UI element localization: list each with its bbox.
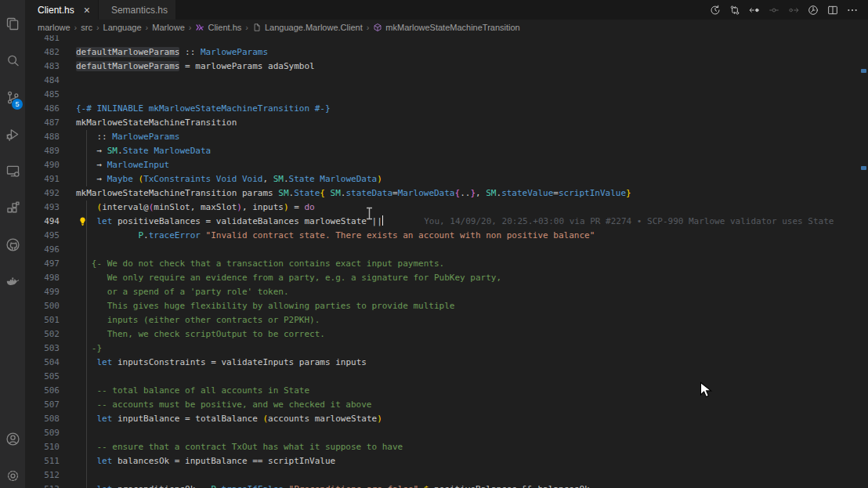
code-line[interactable]: 510 -- ensure that a contract TxOut has … <box>25 440 868 454</box>
line-number[interactable]: 492 <box>25 186 60 201</box>
breadcrumb-item-mkmarlowestatemachinetransition[interactable]: mkMarloweStateMachineTransition <box>373 23 519 32</box>
line-number[interactable]: 493 <box>25 201 60 215</box>
line-number[interactable]: 490 <box>25 158 60 172</box>
code-line[interactable]: 497 {- We do not check that a transactio… <box>25 257 868 271</box>
code-line[interactable]: 492mkMarloweStateMachineTransition param… <box>25 186 868 201</box>
breadcrumb-item-language-marlowe-client[interactable]: Language.Marlowe.Client <box>252 23 363 32</box>
code-line[interactable]: 494 let positiveBalances = validateBalan… <box>25 215 868 229</box>
line-number[interactable]: 488 <box>25 130 60 144</box>
line-number[interactable]: 510 <box>25 440 60 454</box>
code-line[interactable]: 493 (interval@(minSlot, maxSlot), inputs… <box>25 201 868 215</box>
next-change-icon[interactable] <box>787 4 800 16</box>
line-number[interactable]: 512 <box>25 468 60 483</box>
line-number[interactable]: 513 <box>25 483 60 488</box>
line-number[interactable]: 499 <box>25 285 60 299</box>
code-line[interactable]: 512 <box>25 468 868 483</box>
breadcrumb-item-language[interactable]: Language <box>103 23 142 32</box>
line-number[interactable]: 483 <box>25 60 60 74</box>
line-number[interactable]: 489 <box>25 144 60 158</box>
line-number[interactable]: 491 <box>25 172 60 186</box>
line-number[interactable]: 506 <box>25 384 60 398</box>
close-icon[interactable]: × <box>84 5 90 16</box>
line-number[interactable]: 508 <box>25 412 60 426</box>
code-line[interactable]: 513 let preconditionsOk = P.traceIfFalse… <box>25 483 868 488</box>
line-number[interactable]: 502 <box>25 327 60 342</box>
activity-bar-item-search[interactable] <box>0 42 25 79</box>
line-number[interactable]: 494 <box>25 215 60 229</box>
line-content: (interval@(minSlot, maxSlot), inputs) = … <box>76 201 868 215</box>
breadcrumb-item-marlowe[interactable]: Marlowe <box>152 23 185 32</box>
timeline-icon[interactable] <box>709 4 722 16</box>
activity-bar-item-remote-explorer[interactable] <box>0 153 25 190</box>
code-line[interactable]: 500 This gives huge flexibility by allow… <box>25 299 868 313</box>
code-line[interactable]: 491 → Maybe (TxConstraints Void Void, SM… <box>25 172 868 186</box>
code-line[interactable]: 499 or a spend of a 'party role' token. <box>25 285 868 299</box>
activity-bar-item-explorer[interactable] <box>0 5 25 42</box>
split-editor-icon[interactable] <box>826 4 839 16</box>
tab-client-hs[interactable]: Client.hs× <box>25 0 99 20</box>
code-line[interactable]: 506 -- total balance of all accounts in … <box>25 384 868 398</box>
code-line[interactable]: 490 → MarloweInput <box>25 158 868 172</box>
code-line[interactable]: 502 Then, we check scriptOutput to be co… <box>25 327 868 342</box>
code-line[interactable]: 505 <box>25 370 868 384</box>
code-line[interactable]: 481 <box>25 35 868 45</box>
code-line[interactable]: 504 let inputsConstraints = validateInpu… <box>25 356 868 370</box>
code-line[interactable]: 487mkMarloweStateMachineTransition <box>25 116 868 130</box>
code-line[interactable]: 485 <box>25 88 868 102</box>
line-number[interactable]: 505 <box>25 370 60 384</box>
line-number[interactable]: 501 <box>25 313 60 327</box>
breadcrumb-item-client-hs[interactable]: Client.hs <box>195 23 241 32</box>
activity-bar-item-run-debug[interactable] <box>0 116 25 153</box>
line-number[interactable]: 485 <box>25 88 60 102</box>
code-editor[interactable]: 481482defaultMarloweParams :: MarlowePar… <box>25 35 868 488</box>
code-line[interactable]: 484 <box>25 74 868 88</box>
line-number[interactable]: 486 <box>25 102 60 116</box>
code-line[interactable]: 511 let balancesOk = inputBalance == scr… <box>25 454 868 468</box>
code-line[interactable]: 489 → SM.State MarloweData <box>25 144 868 158</box>
file-history-icon[interactable] <box>807 4 819 16</box>
line-number[interactable]: 487 <box>25 116 60 130</box>
code-line[interactable]: 486{-# INLINABLE mkMarloweStateMachineTr… <box>25 102 868 116</box>
line-number[interactable]: 504 <box>25 356 60 370</box>
activity-bar-item-github[interactable] <box>0 226 25 263</box>
line-number[interactable]: 495 <box>25 229 60 243</box>
glyph-margin <box>60 88 76 102</box>
code-line[interactable]: 496 <box>25 243 868 257</box>
breadcrumb-item-src[interactable]: src <box>81 23 92 32</box>
line-number[interactable]: 509 <box>25 426 60 440</box>
code-line[interactable]: 508 let inputBalance = totalBalance (acc… <box>25 412 868 426</box>
code-line[interactable]: 498 We only require an evidence from a p… <box>25 271 868 285</box>
line-number[interactable]: 507 <box>25 398 60 412</box>
previous-change-icon[interactable] <box>748 4 761 16</box>
code-line[interactable]: 495 P.traceError "Invalid contract state… <box>25 229 868 243</box>
activity-bar-item-settings[interactable] <box>0 457 25 488</box>
compare-changes-icon[interactable] <box>729 4 741 16</box>
line-number[interactable]: 511 <box>25 454 60 468</box>
line-number[interactable]: 482 <box>25 45 60 60</box>
code-line[interactable]: 509 <box>25 426 868 440</box>
line-number[interactable]: 484 <box>25 74 60 88</box>
code-line[interactable]: 483defaultMarloweParams = marloweParams … <box>25 60 868 74</box>
code-line[interactable]: 488 :: MarloweParams <box>25 130 868 144</box>
line-number[interactable]: 497 <box>25 257 60 271</box>
current-change-icon[interactable] <box>768 4 780 16</box>
line-number[interactable]: 496 <box>25 243 60 257</box>
code-line[interactable]: 501 inputs (either other contracts or P2… <box>25 313 868 327</box>
line-number[interactable]: 503 <box>25 342 60 356</box>
activity-bar-item-account[interactable] <box>0 421 25 457</box>
code-line[interactable]: 507 -- accounts must be positive, and we… <box>25 398 868 412</box>
code-line[interactable]: 503 -} <box>25 342 868 356</box>
activity-bar-item-source-control[interactable]: 5 <box>0 79 25 116</box>
activity-bar-item-extensions[interactable] <box>0 190 25 226</box>
line-number[interactable]: 500 <box>25 299 60 313</box>
code-line[interactable]: 482defaultMarloweParams :: MarloweParams <box>25 45 868 60</box>
breadcrumb-item-marlowe[interactable]: marlowe <box>38 23 71 32</box>
tab-semantics-hs[interactable]: Semantics.hs <box>99 0 176 20</box>
more-actions-icon[interactable] <box>846 4 859 16</box>
line-number[interactable]: 498 <box>25 271 60 285</box>
lightbulb-icon[interactable] <box>78 216 88 226</box>
line-number[interactable]: 481 <box>25 35 60 45</box>
gear-icon <box>5 468 21 484</box>
activity-bar-item-docker[interactable] <box>0 263 25 300</box>
overview-ruler[interactable] <box>859 35 868 488</box>
